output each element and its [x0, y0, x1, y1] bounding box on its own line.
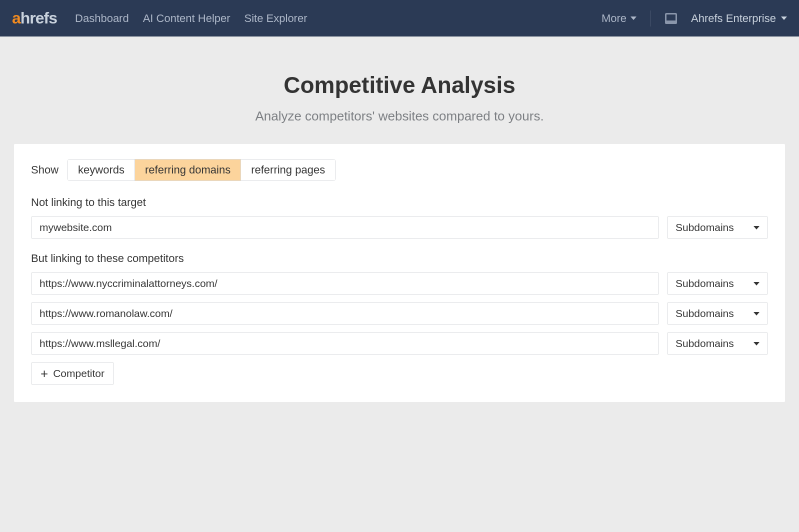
- divider: [650, 10, 651, 26]
- competitor-input[interactable]: [31, 272, 659, 295]
- competitor-scope-dropdown[interactable]: Subdomains: [667, 272, 768, 295]
- show-label: Show: [31, 164, 58, 176]
- competitor-row: Subdomains: [31, 272, 768, 295]
- dropdown-value: Subdomains: [676, 278, 734, 290]
- logo[interactable]: ahrefs: [12, 9, 57, 28]
- target-row: Subdomains: [31, 216, 768, 239]
- competitor-scope-dropdown[interactable]: Subdomains: [667, 302, 768, 325]
- competitors-label: But linking to these competitors: [31, 252, 768, 265]
- nav-site-explorer[interactable]: Site Explorer: [244, 12, 308, 25]
- dropdown-value: Subdomains: [676, 338, 734, 350]
- competitor-input[interactable]: [31, 302, 659, 325]
- target-scope-dropdown[interactable]: Subdomains: [667, 216, 768, 239]
- chevron-down-icon: [754, 282, 760, 286]
- competitors-section: But linking to these competitors Subdoma…: [31, 252, 768, 385]
- topbar: ahrefs Dashboard AI Content Helper Site …: [0, 0, 799, 36]
- dropdown-value: Subdomains: [676, 222, 734, 234]
- target-section: Not linking to this target Subdomains: [31, 196, 768, 239]
- chevron-down-icon: [754, 312, 760, 316]
- competitor-input[interactable]: [31, 332, 659, 355]
- add-competitor-label: Competitor: [53, 368, 104, 380]
- nav-ai-content-helper[interactable]: AI Content Helper: [143, 12, 230, 25]
- more-label: More: [602, 12, 626, 25]
- topbar-right: More Ahrefs Enterprise: [602, 10, 787, 26]
- page-subtitle: Analyze competitors' websites compared t…: [0, 108, 799, 124]
- competitor-scope-dropdown[interactable]: Subdomains: [667, 332, 768, 355]
- nav-dashboard[interactable]: Dashboard: [75, 12, 129, 25]
- hero: Competitive Analysis Analyze competitors…: [0, 36, 799, 144]
- account-menu[interactable]: Ahrefs Enterprise: [691, 12, 787, 25]
- target-input[interactable]: [31, 216, 659, 239]
- dropdown-value: Subdomains: [676, 308, 734, 320]
- tab-referring-domains[interactable]: referring domains: [135, 160, 241, 180]
- display-icon[interactable]: [665, 13, 677, 24]
- competitor-row: Subdomains: [31, 332, 768, 355]
- add-competitor-button[interactable]: + Competitor: [31, 362, 114, 385]
- chevron-down-icon: [781, 16, 787, 20]
- plus-icon: +: [40, 367, 48, 380]
- logo-rest: hrefs: [20, 9, 57, 27]
- tab-referring-pages[interactable]: referring pages: [241, 160, 335, 180]
- account-label: Ahrefs Enterprise: [691, 12, 776, 25]
- show-segmented-control: keywords referring domains referring pag…: [68, 159, 336, 181]
- nav-links: Dashboard AI Content Helper Site Explore…: [75, 12, 602, 25]
- chevron-down-icon: [754, 342, 760, 346]
- tab-keywords[interactable]: keywords: [68, 160, 135, 180]
- analysis-card: Show keywords referring domains referrin…: [14, 144, 785, 402]
- page-title: Competitive Analysis: [0, 72, 799, 98]
- chevron-down-icon: [754, 226, 760, 230]
- show-row: Show keywords referring domains referrin…: [31, 159, 768, 181]
- more-menu[interactable]: More: [602, 12, 636, 25]
- target-label: Not linking to this target: [31, 196, 768, 209]
- logo-a: a: [12, 9, 20, 27]
- chevron-down-icon: [630, 16, 636, 20]
- competitor-row: Subdomains: [31, 302, 768, 325]
